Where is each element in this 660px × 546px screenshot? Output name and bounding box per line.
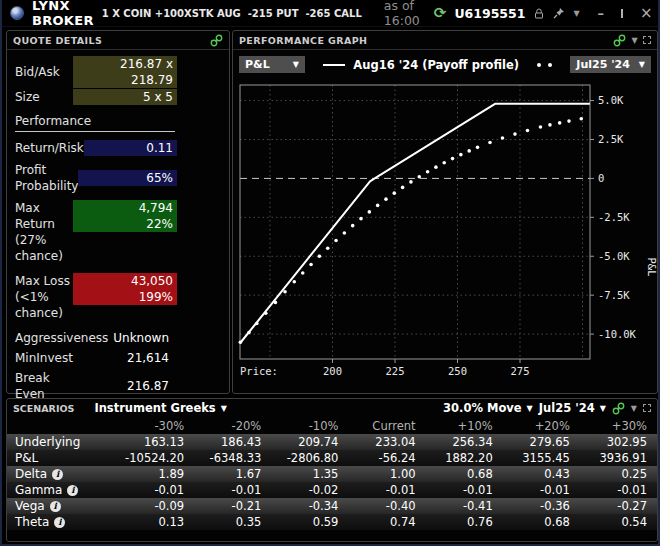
table-row: Deltai1.891.671.351.000.680.430.25 — [7, 466, 657, 482]
pin-icon[interactable] — [553, 7, 565, 19]
quote-details-header: QUOTE DETAILS — [7, 31, 229, 50]
chart-legend-row: P&L ▼ Aug16 '24 (Payoff profile) Jul25 '… — [233, 50, 657, 75]
quote-row-value: 0.11 — [84, 140, 177, 156]
chevron-down-icon: ▼ — [639, 60, 645, 69]
app-icon — [10, 6, 24, 20]
quote-row-label: Profit Probability — [15, 162, 78, 194]
account-id: U6195551 — [454, 6, 525, 21]
quote-row-label: Bid/Ask — [15, 64, 73, 80]
scenarios-panel: SCENARIOS Instrument Greeks ▼ 30.0% Move… — [6, 398, 658, 542]
quote-row-label: Size — [15, 89, 73, 105]
quote-row-label: Aggressiveness — [15, 330, 108, 346]
maximize-icon[interactable] — [643, 36, 651, 44]
scenario-row-label: Deltai — [7, 467, 117, 481]
table-row: Underlying163.13186.43209.74233.04256.34… — [7, 434, 657, 450]
scenario-cell: 256.34 — [426, 435, 503, 449]
table-row: Gammai-0.01-0.01-0.02-0.01-0.01-0.01-0.0… — [7, 482, 657, 498]
scenarios-column-headers: -30%-20%-10%Current+10%+20%+30% — [7, 417, 657, 434]
scenario-cell: -0.09 — [117, 499, 194, 513]
quote-row: Bid/Ask216.87 x 218.79 — [15, 56, 229, 88]
scenario-cell: 1.00 — [348, 467, 425, 481]
quote-row-value: 216.87 — [73, 378, 173, 394]
quote-row-value: 21,614 — [73, 350, 173, 366]
quote-row-label: Max Loss (<1% chance) — [15, 273, 73, 321]
scenario-row-label: P&L — [7, 451, 117, 465]
svg-text:P&L: P&L — [646, 258, 657, 277]
scenario-date-dropdown[interactable]: Jul25 '24 ▼ — [539, 401, 606, 415]
scenario-cell: -2806.80 — [271, 451, 348, 465]
scenario-cell: 0.68 — [503, 515, 580, 529]
quote-row: Profit Probability65% — [15, 162, 229, 194]
strategy-descriptor: 1 X COIN +100XSTK AUG -215 PUT -265 CALL — [102, 8, 362, 19]
link-icon[interactable] — [210, 34, 223, 47]
refresh-icon[interactable]: ⟳ — [434, 4, 447, 22]
minimize-button[interactable]: – — [598, 6, 605, 21]
svg-text:250: 250 — [448, 365, 467, 377]
legend-label: Aug16 '24 (Payoff profile) — [353, 58, 519, 72]
quote-row-value: 5 x 5 — [73, 89, 177, 105]
metric-dropdown[interactable]: P&L ▼ — [239, 56, 305, 73]
lock-icon[interactable] — [533, 7, 545, 20]
greeks-dropdown[interactable]: Instrument Greeks ▼ — [94, 401, 227, 415]
scenario-column-header: +20% — [503, 419, 580, 433]
scenario-cell: -0.41 — [426, 499, 503, 513]
quote-row: Return/Risk0.11 — [15, 140, 229, 156]
scenarios-header: SCENARIOS Instrument Greeks ▼ 30.0% Move… — [7, 399, 657, 417]
scenario-column-header: +30% — [580, 419, 657, 433]
quote-row: MinInvest21,614 — [15, 350, 229, 366]
scenario-cell: 0.35 — [194, 515, 271, 529]
move-dropdown[interactable]: 30.0% Move ▼ — [443, 401, 533, 415]
performance-graph-panel: PERFORMANCE GRAPH ▼ P&L ▼ Aug16 '24 (Pay… — [232, 30, 658, 394]
info-icon[interactable]: i — [54, 517, 65, 528]
scenario-cell: -0.01 — [580, 483, 657, 497]
quote-row: AggressivenessUnknown — [15, 330, 229, 346]
chevron-down-icon: ▼ — [293, 60, 299, 69]
performance-graph-header: PERFORMANCE GRAPH ▼ — [233, 31, 657, 50]
scenario-cell: -0.01 — [426, 483, 503, 497]
quote-row-label: Max Return (27% chance) — [15, 200, 73, 264]
scenario-cell: 302.95 — [580, 435, 657, 449]
performance-section-header: Performance — [15, 114, 175, 132]
scenario-cell: -0.40 — [348, 499, 425, 513]
quote-row-value: 43,050 199% — [73, 273, 177, 305]
scenario-cell: -0.01 — [194, 483, 271, 497]
restore-button[interactable] — [621, 9, 623, 18]
info-icon[interactable]: i — [52, 469, 63, 480]
chevron-down-icon: ▼ — [221, 404, 227, 413]
scenario-cell: -0.34 — [271, 499, 348, 513]
quote-row-value: 216.87 x 218.79 — [73, 56, 177, 88]
svg-text:-10.0K: -10.0K — [598, 328, 637, 340]
scenario-cell: 3936.91 — [580, 451, 657, 465]
svg-text:2.5K: 2.5K — [598, 133, 624, 145]
info-icon[interactable]: i — [50, 501, 61, 512]
svg-text:-7.5K: -7.5K — [598, 289, 630, 301]
chevron-down-icon: ▼ — [527, 404, 533, 413]
quote-row-label: Return/Risk — [15, 140, 84, 156]
scenario-cell: 1.67 — [194, 467, 271, 481]
scenario-cell: -0.01 — [348, 483, 425, 497]
performance-graph-title: PERFORMANCE GRAPH — [239, 35, 367, 46]
expiry-dropdown[interactable]: Jul25 '24 ▼ — [570, 56, 651, 73]
greeks-dropdown-value: Instrument Greeks — [94, 401, 215, 415]
scenario-cell: 0.76 — [426, 515, 503, 529]
scenario-row-label: Underlying — [7, 435, 117, 449]
payoff-chart: 5.0K2.5K0-2.5K-5.0K-7.5K-10.0K2002252502… — [234, 75, 657, 391]
close-button[interactable]: × — [640, 6, 653, 21]
info-icon[interactable]: i — [67, 485, 78, 496]
chevron-down-icon[interactable]: ▼ — [631, 404, 637, 413]
app-window: LYNX BROKER 1 X COIN +100XSTK AUG -215 P… — [0, 0, 660, 546]
link-icon[interactable] — [612, 402, 625, 415]
chevron-down-icon[interactable]: ▼ — [631, 36, 638, 45]
pin-dropdown-icon[interactable]: ▼ — [573, 9, 579, 18]
quote-row-value: 65% — [78, 170, 177, 186]
scenario-column-header: -10% — [271, 419, 348, 433]
table-row: Vegai-0.09-0.21-0.34-0.40-0.41-0.36-0.27 — [7, 498, 657, 514]
maximize-icon[interactable] — [643, 404, 651, 412]
dotted-line-sample — [537, 63, 552, 67]
scenario-cell: 0.54 — [580, 515, 657, 529]
link-icon[interactable] — [613, 34, 626, 47]
scenario-cell: 3155.45 — [503, 451, 580, 465]
quote-details-panel: QUOTE DETAILS Bid/Ask216.87 x 218.79Size… — [6, 30, 230, 394]
svg-text:275: 275 — [511, 365, 530, 377]
quote-row-value: 4,794 22% — [73, 200, 177, 232]
